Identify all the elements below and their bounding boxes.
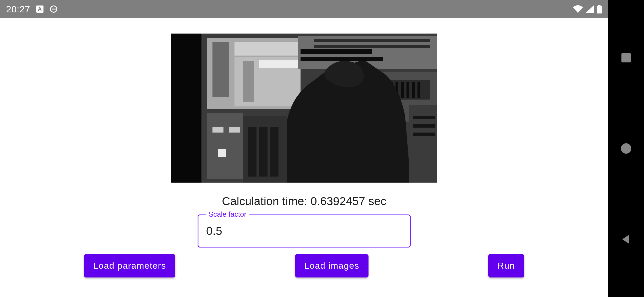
- back-button[interactable]: [621, 234, 632, 245]
- recent-apps-button[interactable]: [621, 52, 632, 63]
- svg-rect-28: [413, 133, 435, 136]
- svg-rect-16: [314, 45, 430, 48]
- svg-rect-0: [598, 5, 601, 6]
- svg-rect-27: [413, 124, 435, 128]
- svg-rect-33: [301, 49, 372, 54]
- scale-factor-field[interactable]: [198, 215, 411, 248]
- button-row: Load parameters Load images Run: [84, 254, 524, 277]
- svg-rect-1: [597, 6, 602, 13]
- svg-rect-32: [270, 127, 279, 177]
- svg-rect-6: [234, 42, 298, 56]
- scale-factor-input[interactable]: [206, 224, 402, 238]
- app-screen: 20:27 A: [0, 0, 608, 297]
- battery-icon: [597, 5, 602, 13]
- wifi-icon: [573, 5, 583, 13]
- cell-signal-icon: [586, 5, 594, 13]
- run-button[interactable]: Run: [488, 254, 524, 277]
- svg-rect-13: [218, 149, 226, 157]
- svg-rect-9: [259, 60, 298, 68]
- svg-rect-5: [212, 42, 229, 97]
- svg-rect-10: [207, 113, 243, 179]
- output-image: [171, 34, 437, 183]
- status-right: [573, 5, 602, 13]
- svg-rect-8: [243, 61, 254, 102]
- svg-rect-2: [171, 34, 201, 183]
- app-notification-icon: [50, 5, 58, 13]
- svg-rect-26: [413, 116, 435, 119]
- svg-rect-30: [248, 127, 256, 177]
- load-images-button[interactable]: Load images: [295, 254, 369, 277]
- svg-rect-11: [212, 127, 223, 133]
- keyboard-icon: A: [36, 5, 44, 13]
- svg-rect-31: [259, 127, 268, 177]
- android-nav-bar: [608, 0, 644, 297]
- scale-factor-field-wrap: Scale factor: [198, 215, 411, 248]
- svg-rect-21: [401, 82, 404, 98]
- svg-rect-12: [229, 127, 240, 133]
- svg-rect-24: [417, 82, 420, 98]
- svg-rect-22: [406, 82, 409, 98]
- svg-rect-15: [314, 39, 430, 42]
- status-bar: 20:27 A: [0, 0, 608, 18]
- home-button[interactable]: [621, 143, 632, 154]
- svg-rect-34: [301, 57, 383, 61]
- calculation-time-label: Calculation time: 0.6392457 sec: [222, 195, 386, 208]
- scale-factor-label: Scale factor: [206, 210, 249, 219]
- content-area: Calculation time: 0.6392457 sec Scale fa…: [0, 18, 608, 277]
- clock: 20:27: [6, 4, 30, 15]
- status-left: 20:27 A: [6, 4, 58, 15]
- svg-rect-23: [412, 82, 415, 98]
- load-parameters-button[interactable]: Load parameters: [84, 254, 175, 277]
